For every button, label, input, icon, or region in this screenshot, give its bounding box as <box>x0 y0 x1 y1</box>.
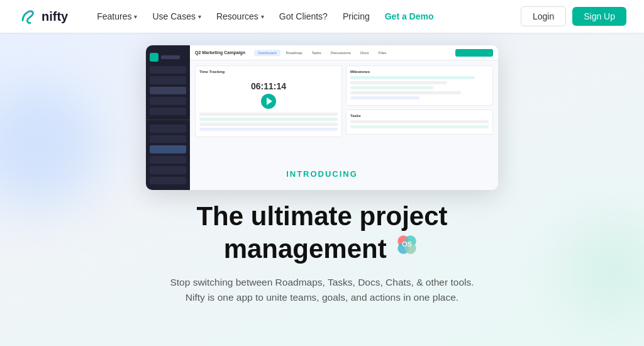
mock-topbar: Q2 Marketing Campaign Dashboard Roadmap … <box>190 45 498 60</box>
nav-get-demo[interactable]: Get a Demo <box>379 8 440 25</box>
nav-resources[interactable]: Resources ▾ <box>210 8 270 25</box>
mock-timer: 06:11:14 <box>199 76 338 94</box>
play-icon <box>267 98 272 105</box>
hero-headline: The ultimate project management OS <box>196 201 447 265</box>
mock-sidebar-item <box>150 166 186 174</box>
decorative-blob-right <box>562 220 644 321</box>
mock-sidebar-item <box>150 87 186 94</box>
mock-tasks-card: Tasks <box>346 109 493 135</box>
svg-text:OS: OS <box>402 240 413 248</box>
mock-sidebar-item <box>150 145 186 153</box>
mock-action-btn <box>455 49 493 57</box>
mock-content: Time Tracking 06:11:14 <box>190 60 498 142</box>
mock-main: Q2 Marketing Campaign Dashboard Roadmap … <box>190 45 498 190</box>
mock-sidebar-item <box>150 66 186 74</box>
os-icon: OS <box>394 232 420 258</box>
features-chevron-icon: ▾ <box>134 13 137 20</box>
mock-sidebar <box>146 45 190 190</box>
mock-sidebar-item <box>150 135 186 143</box>
login-button[interactable]: Login <box>521 6 566 26</box>
mock-sidebar-item <box>150 177 186 184</box>
nav-features[interactable]: Features ▾ <box>91 8 143 25</box>
os-badge: OS <box>394 232 420 258</box>
mock-tab: Discussions <box>327 50 355 56</box>
logo[interactable]: nifty <box>18 6 68 26</box>
mock-sidebar-item <box>150 125 186 132</box>
mock-tab: Tasks <box>308 50 325 56</box>
mock-play-button <box>261 94 276 109</box>
logo-text: nifty <box>42 9 68 24</box>
signup-button[interactable]: Sign Up <box>572 7 626 26</box>
mock-sidebar-item <box>150 156 186 164</box>
mock-project-title: Q2 Marketing Campaign <box>195 50 245 55</box>
mock-time-card: Time Tracking 06:11:14 <box>195 65 342 137</box>
nav-actions: Login Sign Up <box>521 6 626 26</box>
mock-milestones-card: Milestones <box>346 65 493 106</box>
mock-sidebar-item <box>150 76 186 84</box>
navbar: nifty Features ▾ Use Cases ▾ Resources ▾… <box>0 0 644 33</box>
nav-links: Features ▾ Use Cases ▾ Resources ▾ Got C… <box>91 8 521 25</box>
mock-sidebar-item <box>150 108 186 115</box>
hero-section: Q2 Marketing Campaign Dashboard Roadmap … <box>0 33 644 346</box>
mock-tab: Roadmap <box>282 50 306 56</box>
logo-icon <box>18 6 38 26</box>
nav-pricing[interactable]: Pricing <box>336 8 376 25</box>
mock-tab: Docs <box>357 50 373 56</box>
nav-use-cases[interactable]: Use Cases ▾ <box>146 8 207 25</box>
use-cases-chevron-icon: ▾ <box>198 13 201 20</box>
hero-subtext: Stop switching between Roadmaps, Tasks, … <box>170 275 474 306</box>
resources-chevron-icon: ▾ <box>261 13 264 20</box>
decorative-blob-left <box>0 83 101 209</box>
introducing-text: INTRODUCING <box>286 169 358 179</box>
mock-sidebar-item <box>150 97 186 104</box>
mock-tab: Files <box>375 50 391 56</box>
nav-got-clients[interactable]: Got Clients? <box>273 8 334 25</box>
mock-tab: Dashboard <box>254 50 280 56</box>
app-screenshot: Q2 Marketing Campaign Dashboard Roadmap … <box>146 45 498 190</box>
introducing-overlay: INTRODUCING <box>286 169 358 182</box>
